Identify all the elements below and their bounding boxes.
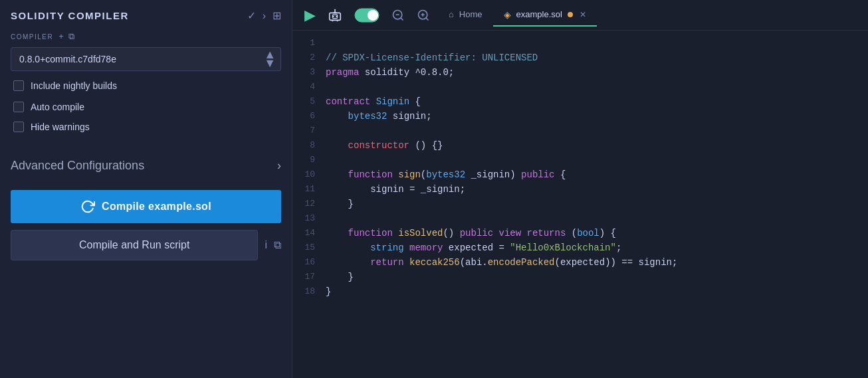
auto-compile-row: Auto compile (11, 102, 281, 112)
version-select[interactable]: 0.8.0+commit.c7dfd78e (11, 47, 281, 71)
svg-point-5 (368, 10, 378, 21)
code-line-16: 16 return keccak256(abi.encodePacked(exp… (292, 255, 868, 270)
code-line-18: 18 } (292, 284, 868, 299)
hide-warnings-checkbox[interactable] (13, 122, 24, 132)
copy-compiler-icon[interactable]: ⧉ (68, 31, 76, 42)
zoom-in-button[interactable] (413, 6, 434, 25)
code-line-11: 11 signin = _signin; (292, 182, 868, 197)
auto-compile-checkbox[interactable] (13, 102, 24, 112)
auto-compile-label: Auto compile (31, 102, 84, 112)
code-line-2: 2 // SPDX-License-Identifier: UNLICENSED (292, 50, 868, 65)
check-icon[interactable]: ✓ (247, 9, 256, 22)
code-line-4: 4 (292, 80, 868, 94)
code-line-1: 1 (292, 36, 868, 50)
svg-line-7 (401, 17, 403, 20)
code-line-9: 9 (292, 153, 868, 167)
tab-home[interactable]: ⌂ Home (438, 4, 493, 26)
zoom-in-icon (417, 9, 430, 22)
code-line-13: 13 (292, 211, 868, 226)
tab-close-icon[interactable]: ✕ (580, 10, 586, 19)
robot-button[interactable] (324, 5, 346, 25)
code-line-15: 15 string memory expected = "Hello0xBloc… (292, 240, 868, 255)
robot-icon (328, 8, 342, 23)
unsaved-indicator (568, 12, 573, 17)
nightly-row: Include nightly builds (11, 80, 281, 91)
code-editor[interactable]: 1 2 // SPDX-License-Identifier: UNLICENS… (292, 31, 868, 378)
compiler-label-icons: + ⧉ (58, 31, 76, 42)
code-line-7: 7 (292, 124, 868, 138)
home-icon: ⌂ (449, 9, 454, 19)
compiler-section: COMPILER + ⧉ 0.8.0+commit.c7dfd78e ▲ ▼ I… (0, 29, 292, 147)
add-compiler-icon[interactable]: + (58, 31, 64, 42)
code-line-6: 6 bytes32 signin; (292, 109, 868, 124)
code-line-5: 5 contract Signin { (292, 94, 868, 109)
info-icon[interactable]: i (265, 239, 267, 251)
code-line-10: 10 function sign(bytes32 _signin) public… (292, 167, 868, 182)
code-line-17: 17 } (292, 270, 868, 284)
nightly-label: Include nightly builds (31, 80, 117, 91)
refresh-icon (80, 199, 95, 214)
right-panel: ▶ (292, 0, 868, 378)
hide-warnings-row: Hide warnings (11, 122, 281, 132)
left-panel: SOLIDITY COMPILER ✓ › ⊞ COMPILER + ⧉ 0.8… (0, 0, 292, 378)
code-line-12: 12 } (292, 197, 868, 211)
zoom-out-button[interactable] (387, 6, 409, 25)
code-line-3: 3 pragma solidity ^0.8.0; (292, 65, 868, 80)
compile-button[interactable]: Compile example.sol (11, 190, 281, 223)
nightly-checkbox[interactable] (13, 80, 24, 91)
advanced-label: Advanced Configurations (11, 159, 144, 173)
panel-header: SOLIDITY COMPILER ✓ › ⊞ (0, 0, 292, 29)
svg-line-10 (426, 17, 429, 20)
toggle-icon (354, 8, 380, 23)
hide-warnings-label: Hide warnings (31, 122, 90, 132)
code-line-14: 14 function isSolved() public view retur… (292, 226, 868, 240)
arrow-right-icon[interactable]: › (263, 10, 266, 22)
svg-rect-0 (330, 13, 341, 20)
toggle-button[interactable] (350, 5, 383, 25)
editor-tabs: ⌂ Home ◈ example.sol ✕ (438, 4, 860, 27)
advanced-configurations[interactable]: Advanced Configurations › (0, 151, 292, 181)
compile-run-icons: i ⧉ (265, 239, 281, 251)
tab-example-sol[interactable]: ◈ example.sol ✕ (493, 4, 597, 27)
header-icons: ✓ › ⊞ (247, 9, 281, 22)
copy-script-icon[interactable]: ⧉ (274, 239, 281, 251)
compiler-label: COMPILER + ⧉ (11, 31, 281, 42)
compile-run-row: Compile and Run script i ⧉ (11, 230, 281, 260)
layout-icon[interactable]: ⊞ (272, 9, 281, 22)
code-line-8: 8 constructor () {} (292, 138, 868, 153)
editor-toolbar: ▶ (292, 0, 868, 31)
compile-run-button[interactable]: Compile and Run script (11, 230, 258, 260)
panel-title: SOLIDITY COMPILER (11, 10, 129, 21)
advanced-chevron-icon: › (277, 159, 281, 173)
zoom-out-icon (391, 9, 405, 22)
version-select-wrapper: 0.8.0+commit.c7dfd78e ▲ ▼ (11, 47, 281, 71)
play-button[interactable]: ▶ (300, 4, 320, 27)
sol-file-icon: ◈ (504, 9, 511, 20)
